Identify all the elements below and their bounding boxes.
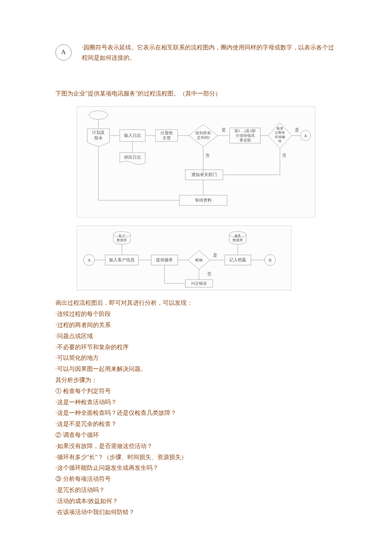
f2-no: 否 [207, 272, 211, 276]
f2-conn-a: A [87, 258, 91, 263]
f2-b3: 记入档案 [229, 257, 246, 262]
figure-caption: 下图为企业"提供某项电讯服务"的过程流程图。（其中一部分） [55, 89, 337, 99]
f2-db2-l2: 数据库 [233, 238, 243, 242]
intro-text: ·园圈符号表示延续。它表示在相互联系的流程图内，圈内使用同样的字母或数字，以表示… [82, 43, 337, 63]
p12: ·这是不是冗余的检查？ [55, 419, 337, 429]
f1-box3-l1: 分发给 [160, 130, 173, 135]
analysis-text: 画出过程流程图后，即可对其进行分析，可以发现： ·连续过程的每个阶段 ·过程的两… [55, 298, 337, 517]
p11: ·这是一种全面检查吗？还是仅检查几类故障？ [55, 408, 337, 418]
f2-yes: 是 [213, 253, 217, 257]
f1-box4-l3: 事业部 [239, 138, 251, 142]
f1-no1: 否 [205, 153, 210, 158]
p1: 画出过程流程图后，即可对其进行分析，可以发现： [55, 298, 337, 308]
p17: ③ 分析每项活动符号 [55, 474, 337, 484]
p20: ·在该项活动中我们如何防错？ [55, 507, 337, 517]
circle-symbol: A [55, 44, 72, 61]
p19: ·活动的成本/效益如何？ [55, 496, 337, 506]
p2: ·连续过程的每个阶段 [55, 309, 337, 319]
p3: ·过程的两者间的关系 [55, 320, 337, 330]
f1-yes1: 是 [222, 127, 226, 132]
f1-doc: 供应日志 [124, 155, 141, 159]
f1-d2-l3: 和准确 [275, 135, 285, 139]
svg-point-0 [89, 111, 108, 119]
f1-box2: 输入日志 [124, 133, 141, 138]
f1-conn: A [304, 133, 307, 138]
p13: ② 调查每个循环 [55, 430, 337, 440]
p16: ·这个循环能防止问题发生或再发生吗？ [55, 463, 337, 473]
f1-d1-l1: 收到所有 [196, 131, 211, 135]
f1-d2-l4: 性 [278, 139, 282, 143]
f2-db1-l2: 数据库 [117, 238, 127, 242]
f2-conn-b: B [269, 258, 272, 263]
flowchart-1: 计划及 指令 输入日志 分发给 主管 供应日志 收到所有 文件吗? 第1，2及3… [77, 106, 315, 218]
f1-box4-l2: 分送给电讯 [236, 133, 255, 138]
f2-b4: 纠正错误 [191, 281, 207, 286]
f1-box4-l1: 第1，2及3部 [234, 129, 256, 133]
f1-d2-l1: 检查 [277, 127, 283, 130]
p15: ·循环有多少"长"？（步骤、时间损失、资源损失） [55, 452, 337, 462]
p10: ·这是一种检查活动吗？ [55, 397, 337, 408]
f2-db2-l1: 服务 [234, 234, 241, 238]
f1-d2-l2: 完整性 [275, 131, 285, 135]
f1-box1-l1: 计划及 [92, 130, 105, 135]
flowchart-2: A 输入客户信息 提供服务 检验 记入档案 B 客户 数据库 服务 数据库 纠正… [77, 225, 291, 290]
f2-b2: 提供服务 [156, 257, 173, 262]
f2-db1-l1: 客户 [118, 234, 125, 238]
p9: ① 检查每个判定符号 [55, 386, 337, 396]
p8: 其分析步骤为： [55, 375, 337, 385]
f2-d1: 检验 [195, 258, 203, 262]
p5: ·不必要的环节和复杂的程序 [55, 342, 337, 353]
p14: ·如果没有故障，是否需做这些活动？ [55, 441, 337, 451]
f1-d1-l2: 文件吗? [197, 136, 210, 140]
f1-box5: 通知有关部门 [191, 172, 217, 177]
intro-row: A ·园圈符号表示延续。它表示在相互联系的流程图内，圈内使用同样的字母或数字，以… [55, 43, 337, 63]
f1-box3-l2: 主管 [162, 136, 171, 140]
p7: ·可以与因果图一起用来解决问题。 [55, 364, 337, 374]
f1-no2: 否 [282, 153, 286, 158]
p18: ·是冗长的活动吗？ [55, 485, 337, 495]
p6: ·可以简化的地方 [55, 353, 337, 363]
p4: ·问题点或区域 [55, 331, 337, 341]
f2-b1: 输入客户信息 [109, 257, 135, 262]
f1-yes2: 是 [295, 127, 299, 132]
f1-box6: 等待资料 [195, 198, 212, 202]
f1-box1-l2: 指令 [94, 136, 103, 140]
